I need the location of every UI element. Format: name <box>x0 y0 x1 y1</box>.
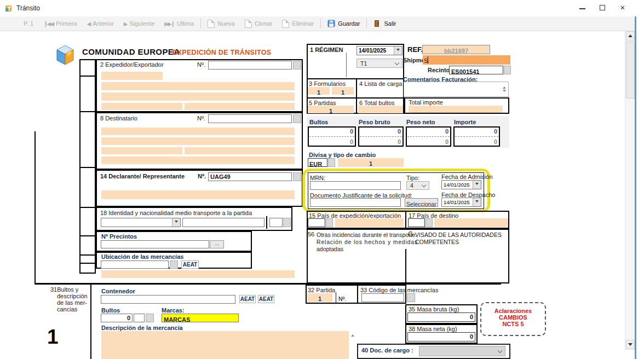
divisa-cambio-field[interactable]: 1 <box>338 158 404 167</box>
scroll-down-icon[interactable] <box>503 90 506 94</box>
total-importe-field[interactable] <box>409 106 503 113</box>
declarante-field[interactable] <box>101 190 295 199</box>
bultos-input[interactable]: 0 <box>101 314 133 322</box>
pais-destino-lookup-box[interactable] <box>426 218 433 227</box>
precintos-input[interactable] <box>101 240 209 248</box>
dropdown-arrow-icon[interactable] <box>473 198 481 206</box>
codigo33-lookup-box[interactable] <box>407 293 415 302</box>
destinatario-no-input[interactable] <box>208 114 292 123</box>
maximize-button[interactable] <box>594 0 611 15</box>
incidencias-num: 56 <box>308 231 314 238</box>
transporte-combo[interactable] <box>101 218 181 227</box>
expedidor-no-input[interactable] <box>208 61 292 70</box>
pais-expedicion-field[interactable] <box>335 218 404 227</box>
expedidor-field[interactable] <box>101 92 295 101</box>
expedidor-field[interactable] <box>101 72 163 80</box>
expedidor-lookup-box[interactable] <box>293 61 301 70</box>
ubicacion-aeat-button[interactable]: AEAT <box>181 260 199 269</box>
bultos-lookup-box[interactable] <box>146 314 154 322</box>
destinatario-lookup-box[interactable] <box>293 114 301 123</box>
ubicacion-field[interactable] <box>101 270 295 278</box>
fecha-despacho-combo[interactable]: 14/01/2025 <box>441 198 481 207</box>
doc-justificante-input[interactable] <box>310 198 401 207</box>
contenedor-aeat-button-2[interactable]: AEAT <box>258 295 274 303</box>
pais-destino-field[interactable] <box>434 218 508 227</box>
transporte-nationality-input[interactable] <box>269 218 283 227</box>
scrollbar-down-button[interactable] <box>626 340 635 349</box>
regimen-date-combo[interactable]: 14/01/2025 <box>357 46 403 55</box>
precintos-browse-button[interactable]: ... <box>210 240 224 248</box>
ref-field[interactable]: bb21697 <box>422 45 490 54</box>
pais-expedicion-input[interactable] <box>308 218 325 227</box>
marcas-field[interactable]: MARCAS <box>162 314 239 322</box>
masa-bruta-input[interactable]: 0 <box>407 312 475 322</box>
formularios-title: 3 Formularios <box>309 80 346 87</box>
declarante-no-input[interactable]: UAG49 <box>208 172 292 181</box>
delete-record-button[interactable]: Eliminar <box>277 16 319 31</box>
vertical-scrollbar[interactable] <box>625 31 635 350</box>
dropdown-arrow-icon[interactable] <box>172 218 180 227</box>
dropdown-arrow-icon[interactable] <box>473 181 481 189</box>
mrn-tipo-combo[interactable]: 4 <box>406 181 429 190</box>
save-button[interactable]: Guardar <box>323 16 365 31</box>
formularios-field-1[interactable]: 1 <box>308 87 330 95</box>
previous-record-button[interactable]: ◀ Anterior <box>82 16 118 31</box>
destinatario-field[interactable] <box>101 137 295 145</box>
transporte-divider <box>266 216 267 229</box>
last-record-icon: ▶▶❙ <box>164 21 174 27</box>
aclaraciones-box: Aclaraciones CAMBIOS NCTS 5 <box>480 302 546 336</box>
formularios-field-2[interactable]: 1 <box>332 87 354 95</box>
partidas-field[interactable]: 1 <box>308 106 354 113</box>
contenedor-input[interactable] <box>101 295 235 304</box>
last-record-button[interactable]: ▶▶❙ Ultima <box>159 16 199 31</box>
side-column-divider <box>81 111 95 112</box>
recinto-lookup-box[interactable] <box>504 66 511 74</box>
regimen-tipo-combo[interactable]: T1 <box>357 59 403 68</box>
mrn-input[interactable] <box>310 181 401 190</box>
pais-expedicion-lookup-box[interactable] <box>326 218 333 227</box>
shipment-field[interactable]: S <box>423 55 510 65</box>
contenedor-aeat-button-1[interactable]: AEAT <box>239 295 256 303</box>
divisa-moneda-field[interactable]: EUR <box>308 158 327 167</box>
recinto-field[interactable]: ES001541 <box>449 66 503 74</box>
total-bultos-field[interactable] <box>358 106 403 113</box>
doc-cargo-combo[interactable] <box>419 346 505 356</box>
dashed-divider <box>360 136 402 137</box>
codigo33-input[interactable] <box>361 293 404 302</box>
bultos-tipo-input[interactable] <box>134 314 145 322</box>
destinatario-field[interactable] <box>101 147 182 154</box>
expedidor-field[interactable] <box>101 103 182 110</box>
scroll-up-icon[interactable] <box>503 85 506 89</box>
fecha-admision-combo[interactable]: 14/01/2025 <box>441 180 481 189</box>
expedidor-field[interactable] <box>185 103 295 110</box>
side-column-divider <box>81 254 95 256</box>
descripcion-scroll-up-icon[interactable] <box>351 333 354 337</box>
expedidor-field[interactable] <box>101 82 295 90</box>
minimize-button[interactable] <box>574 0 590 15</box>
masa-neta-input[interactable]: 0 <box>407 332 475 341</box>
exit-button[interactable]: Salir <box>369 16 401 31</box>
close-button[interactable]: × <box>613 0 632 15</box>
ubicacion-input[interactable] <box>101 260 169 269</box>
transporte-lookup-box[interactable] <box>283 218 291 227</box>
new-record-button[interactable]: Nueva <box>203 16 240 31</box>
destinatario-field[interactable] <box>185 147 295 154</box>
next-record-button[interactable]: ▶ Siguiente <box>119 16 160 31</box>
scrollbar-thumb[interactable] <box>626 42 635 99</box>
divisa-lookup-box[interactable] <box>328 158 335 167</box>
declarante-lookup-box[interactable] <box>293 172 301 181</box>
destinatario-field[interactable] <box>101 157 295 164</box>
totales-importe-label: Importe <box>454 119 476 125</box>
seleccionar-button[interactable]: Seleccionar <box>405 198 438 207</box>
dropdown-arrow-icon[interactable] <box>394 47 402 55</box>
pais-destino-input[interactable] <box>408 218 425 227</box>
comentarios-textarea[interactable] <box>404 82 509 97</box>
destinatario-field[interactable] <box>101 128 295 135</box>
ubicacion-lookup-box[interactable] <box>170 260 178 269</box>
transporte-input[interactable] <box>182 218 264 227</box>
first-record-button[interactable]: ❙◀◀ Primera <box>38 16 82 31</box>
partida32-field: 1 <box>307 293 332 302</box>
scrollbar-up-button[interactable] <box>626 31 635 40</box>
clone-record-button[interactable]: Clonar <box>240 16 277 31</box>
descripcion-textarea[interactable] <box>101 331 349 359</box>
